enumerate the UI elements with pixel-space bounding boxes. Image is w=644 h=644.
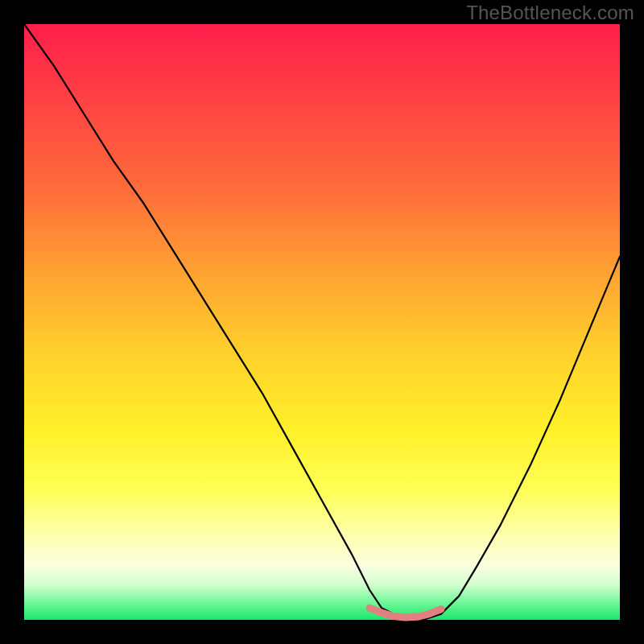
chart-frame: TheBottleneck.com <box>0 0 644 644</box>
bottleneck-curve <box>24 24 620 620</box>
curve-layer <box>24 24 620 620</box>
watermark-label: TheBottleneck.com <box>466 2 634 24</box>
plot-area <box>24 24 620 620</box>
sweet-spot-segment <box>369 608 441 617</box>
